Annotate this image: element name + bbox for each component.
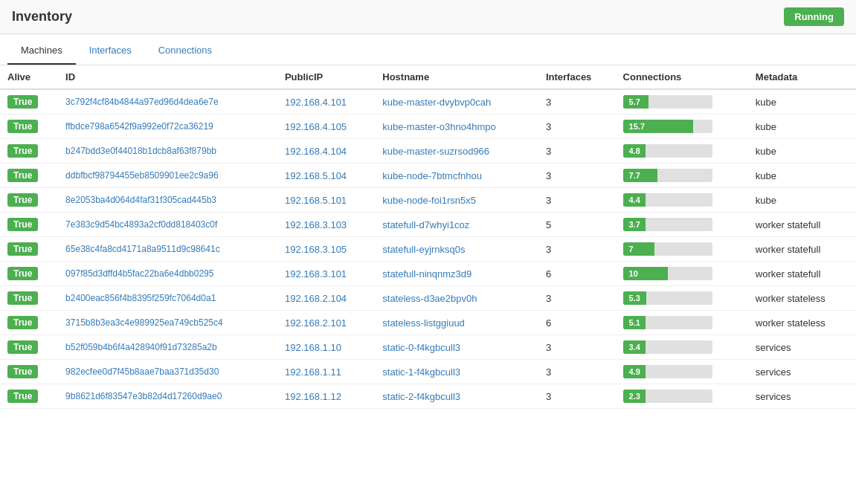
id-cell[interactable]: ffbdce798a6542f9a992e0f72ca36219 — [58, 114, 277, 139]
connections-bar-fill: 4.4 — [623, 193, 646, 207]
metadata-cell: kube — [748, 89, 856, 114]
hostname-cell[interactable]: kube-node-foi1rsn5x5 — [375, 188, 538, 213]
table-row: True3715b8b3ea3c4e989925ea749cb525c4192.… — [0, 311, 856, 335]
interfaces-cell: 6 — [538, 262, 616, 286]
alive-badge: True — [7, 291, 38, 305]
hostname-cell[interactable]: statefull-ninqnmz3d9 — [375, 262, 538, 286]
connections-cell: 5.3 — [616, 286, 748, 311]
connections-bar-container: 4.4 — [623, 193, 712, 207]
connections-cell: 15.7 — [616, 114, 748, 139]
ip-cell[interactable]: 192.168.1.12 — [277, 384, 375, 409]
ip-cell[interactable]: 192.168.4.101 — [277, 89, 375, 114]
ip-cell[interactable]: 192.168.4.104 — [277, 139, 375, 164]
ip-cell[interactable]: 192.168.3.105 — [277, 237, 375, 262]
hostname-cell[interactable]: stateless-d3ae2bpv0h — [375, 286, 538, 311]
tab-machines[interactable]: Machines — [7, 37, 76, 65]
id-cell[interactable]: 3c792f4cf84b4844a97ed96d4dea6e7e — [58, 89, 277, 114]
id-cell[interactable]: b52f059b4b6f4a428940f91d73285a2b — [58, 335, 277, 360]
tab-connections[interactable]: Connections — [145, 37, 225, 65]
hostname-cell[interactable]: static-0-f4kgbcull3 — [375, 335, 538, 360]
id-cell[interactable]: b247bdd3e0f44018b1dcb8af63f879bb — [58, 139, 277, 164]
connections-bar-fill: 4.9 — [623, 365, 646, 378]
ip-cell[interactable]: 192.168.2.104 — [277, 286, 375, 311]
alive-cell: True — [0, 384, 58, 409]
ip-cell[interactable]: 192.168.4.105 — [277, 114, 375, 139]
connections-bar-fill: 3.7 — [623, 218, 646, 231]
connections-bar-label: 5.3 — [626, 294, 643, 303]
id-cell[interactable]: 3715b8b3ea3c4e989925ea749cb525c4 — [58, 311, 277, 335]
metadata-cell: kube — [748, 164, 856, 188]
ip-cell[interactable]: 192.168.2.101 — [277, 311, 375, 335]
tab-bar: Machines Interfaces Connections — [0, 37, 856, 65]
connections-cell: 4.4 — [616, 188, 748, 213]
interfaces-cell: 3 — [538, 164, 616, 188]
alive-cell: True — [0, 311, 58, 335]
alive-cell: True — [0, 286, 58, 311]
id-cell[interactable]: 8e2053ba4d064d4faf31f305cad445b3 — [58, 188, 277, 213]
metadata-cell: worker statefull — [748, 262, 856, 286]
connections-bar-label: 3.7 — [626, 220, 643, 229]
id-cell[interactable]: 982ecfee0d7f45b8aae7baa371d35d30 — [58, 360, 277, 384]
metadata-cell: services — [748, 384, 856, 409]
alive-cell: True — [0, 335, 58, 360]
connections-bar-label: 5.7 — [626, 97, 643, 106]
interfaces-cell: 3 — [538, 114, 616, 139]
col-interfaces: Interfaces — [538, 65, 616, 89]
alive-cell: True — [0, 188, 58, 213]
alive-badge: True — [7, 340, 38, 354]
connections-bar-container: 5.7 — [623, 95, 712, 109]
table-header-row: Alive ID PublicIP Hostname Interfaces Co… — [0, 65, 856, 89]
ip-cell[interactable]: 192.168.1.11 — [277, 360, 375, 384]
alive-cell: True — [0, 139, 58, 164]
connections-bar-container: 7 — [623, 242, 712, 256]
hostname-cell[interactable]: static-2-f4kgbcull3 — [375, 384, 538, 409]
ip-cell[interactable]: 192.168.1.10 — [277, 335, 375, 360]
metadata-cell: services — [748, 335, 856, 360]
alive-badge: True — [7, 316, 38, 329]
connections-cell: 3.4 — [616, 335, 748, 360]
id-cell[interactable]: ddbfbcf98794455eb8509901ee2c9a96 — [58, 164, 277, 188]
metadata-cell: worker stateless — [748, 311, 856, 335]
connections-bar-label: 5.1 — [626, 318, 643, 327]
table-row: True65e38c4fa8cd4171a8a9511d9c98641c192.… — [0, 237, 856, 262]
id-cell[interactable]: 9b8621d6f83547e3b82d4d17260d9ae0 — [58, 384, 277, 409]
id-cell[interactable]: b2400eac856f4b8395f259fc7064d0a1 — [58, 286, 277, 311]
hostname-cell[interactable]: statefull-d7whyi1coz — [375, 213, 538, 237]
interfaces-cell: 3 — [538, 286, 616, 311]
ip-cell[interactable]: 192.168.3.103 — [277, 213, 375, 237]
connections-bar-fill: 4.8 — [623, 144, 646, 158]
connections-bar-label: 15.7 — [626, 122, 648, 131]
hostname-cell[interactable]: stateless-listggiuud — [375, 311, 538, 335]
alive-badge: True — [7, 218, 38, 231]
metadata-cell: worker stateless — [748, 286, 856, 311]
hostname-cell[interactable]: static-1-f4kgbcull3 — [375, 360, 538, 384]
table-row: Trueb2400eac856f4b8395f259fc7064d0a1192.… — [0, 286, 856, 311]
metadata-cell: services — [748, 360, 856, 384]
ip-cell[interactable]: 192.168.5.101 — [277, 188, 375, 213]
hostname-cell[interactable]: kube-node-7btmcfnhou — [375, 164, 538, 188]
page-title: Inventory — [12, 9, 72, 25]
machines-table: Alive ID PublicIP Hostname Interfaces Co… — [0, 65, 856, 409]
hostname-cell[interactable]: statefull-eyjrnksq0s — [375, 237, 538, 262]
connections-bar-container: 2.3 — [623, 390, 712, 403]
ip-cell[interactable]: 192.168.3.101 — [277, 262, 375, 286]
tab-interfaces[interactable]: Interfaces — [76, 37, 145, 65]
connections-bar-container: 7.7 — [623, 169, 712, 182]
id-cell[interactable]: 097f85d3dffd4b5fac22ba6e4dbb0295 — [58, 262, 277, 286]
connections-bar-container: 10 — [623, 267, 712, 280]
alive-badge: True — [7, 144, 38, 158]
connections-bar-container: 4.9 — [623, 365, 712, 378]
connections-bar-label: 7.7 — [626, 171, 643, 180]
hostname-cell[interactable]: kube-master-suzrsod966 — [375, 139, 538, 164]
hostname-cell[interactable]: kube-master-o3hno4hmpo — [375, 114, 538, 139]
id-cell[interactable]: 65e38c4fa8cd4171a8a9511d9c98641c — [58, 237, 277, 262]
connections-bar-fill: 5.7 — [623, 95, 649, 109]
connections-bar-label: 3.4 — [626, 343, 643, 352]
connections-bar-container: 3.7 — [623, 218, 712, 231]
alive-cell: True — [0, 360, 58, 384]
metadata-cell: worker statefull — [748, 237, 856, 262]
machines-table-container: Alive ID PublicIP Hostname Interfaces Co… — [0, 65, 856, 409]
id-cell[interactable]: 7e383c9d54bc4893a2cf0dd818403c0f — [58, 213, 277, 237]
hostname-cell[interactable]: kube-master-dvybvp0cah — [375, 89, 538, 114]
ip-cell[interactable]: 192.168.5.104 — [277, 164, 375, 188]
